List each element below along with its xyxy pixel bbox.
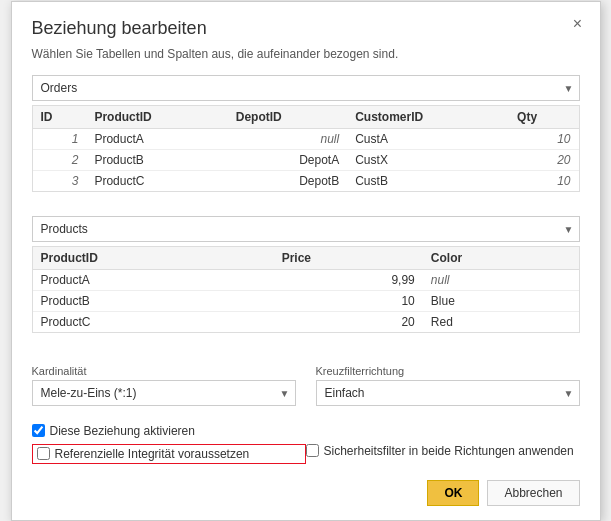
checkboxes-row: Diese Beziehung aktivieren Referenzielle… (32, 416, 580, 464)
table-row: ProductC 20 Red (33, 311, 579, 332)
table2: ProductID Price Color ProductA 9,99 null… (33, 247, 579, 332)
cell: 20 (274, 311, 423, 332)
cell: ProductA (86, 128, 227, 149)
table1-col-productid: ProductID (86, 106, 227, 129)
table1: ID ProductID DepotID CustomerID Qty 1 Pr… (33, 106, 579, 191)
checkboxes-section: Diese Beziehung aktivieren Referenzielle… (12, 410, 600, 464)
cell: DepotA (228, 149, 347, 170)
cell: CustX (347, 149, 509, 170)
table1-select[interactable]: Orders (32, 75, 580, 101)
table2-container: ProductID Price Color ProductA 9,99 null… (32, 246, 580, 333)
bottom-section: Kardinalität Mele-zu-Eins (*:1) Eins-zu-… (12, 357, 600, 410)
cell: ProductC (86, 170, 227, 191)
dialog-title: Beziehung bearbeiten (32, 18, 580, 39)
kardinalitat-label: Kardinalität (32, 365, 296, 377)
aktivieren-checkbox[interactable] (32, 424, 45, 437)
ok-button[interactable]: OK (427, 480, 479, 506)
sicherheitsfilter-row: Sicherheitsfilter in beide Richtungen an… (306, 444, 580, 458)
cell: 10 (509, 170, 578, 191)
aktivieren-label: Diese Beziehung aktivieren (50, 424, 195, 438)
kardinalitat-select-container: Mele-zu-Eins (*:1) Eins-zu-Eins (1:1) Me… (32, 380, 296, 406)
dialog-footer: OK Abbrechen (12, 468, 600, 520)
cancel-button[interactable]: Abbrechen (487, 480, 579, 506)
right-checkboxes: Sicherheitsfilter in beide Richtungen an… (306, 416, 580, 464)
sicherheitsfilter-label: Sicherheitsfilter in beide Richtungen an… (324, 444, 574, 458)
cell: 10 (509, 128, 578, 149)
table2-select[interactable]: Products (32, 216, 580, 242)
dialog-header: Beziehung bearbeiten Wählen Sie Tabellen… (12, 2, 600, 61)
table2-col-price: Price (274, 247, 423, 270)
dialog: × Beziehung bearbeiten Wählen Sie Tabell… (11, 1, 601, 521)
kardinalitat-section: Kardinalität Mele-zu-Eins (*:1) Eins-zu-… (32, 365, 296, 410)
referenzielle-checkbox[interactable] (37, 447, 50, 460)
table-row: ProductB 10 Blue (33, 290, 579, 311)
left-checkboxes: Diese Beziehung aktivieren Referenzielle… (32, 416, 306, 464)
cell: 2 (33, 149, 87, 170)
table-row: 1 ProductA null CustA 10 (33, 128, 579, 149)
table-row: 3 ProductC DepotB CustB 10 (33, 170, 579, 191)
table2-col-color: Color (423, 247, 579, 270)
cell: Red (423, 311, 579, 332)
close-button[interactable]: × (566, 12, 590, 36)
cell: CustA (347, 128, 509, 149)
cell: 9,99 (274, 269, 423, 290)
table1-col-customerid: CustomerID (347, 106, 509, 129)
kreuzfilterrichtung-label: Kreuzfilterrichtung (316, 365, 580, 377)
table1-container: ID ProductID DepotID CustomerID Qty 1 Pr… (32, 105, 580, 192)
table1-col-qty: Qty (509, 106, 578, 129)
cell: Blue (423, 290, 579, 311)
referenzielle-row: Referenzielle Integrität voraussetzen (32, 444, 306, 464)
cell: ProductB (86, 149, 227, 170)
table-row: 2 ProductB DepotA CustX 20 (33, 149, 579, 170)
table2-col-productid: ProductID (33, 247, 274, 270)
aktivieren-row: Diese Beziehung aktivieren (32, 424, 306, 438)
kreuzfilterrichtung-section: Kreuzfilterrichtung Einfach Beide ▼ (316, 365, 580, 410)
table1-col-depotid: DepotID (228, 106, 347, 129)
kreuzfilterrichtung-select[interactable]: Einfach Beide (316, 380, 580, 406)
table1-col-id: ID (33, 106, 87, 129)
table2-section: Products ▼ ProductID Price Color Product… (12, 216, 600, 357)
table-row: ProductA 9,99 null (33, 269, 579, 290)
cell: ProductC (33, 311, 274, 332)
cell: 10 (274, 290, 423, 311)
cell: null (423, 269, 579, 290)
table2-select-container: Products ▼ (32, 216, 580, 242)
cell: CustB (347, 170, 509, 191)
kardinalitat-select[interactable]: Mele-zu-Eins (*:1) Eins-zu-Eins (1:1) Me… (32, 380, 296, 406)
sicherheitsfilter-checkbox[interactable] (306, 444, 319, 457)
cell: 3 (33, 170, 87, 191)
table1-select-container: Orders ▼ (32, 75, 580, 101)
cell: DepotB (228, 170, 347, 191)
cell: ProductA (33, 269, 274, 290)
kreuzfilterrichtung-select-container: Einfach Beide ▼ (316, 380, 580, 406)
dialog-subtitle: Wählen Sie Tabellen und Spalten aus, die… (32, 47, 580, 61)
referenzielle-label: Referenzielle Integrität voraussetzen (55, 447, 250, 461)
cell: 20 (509, 149, 578, 170)
cell: 1 (33, 128, 87, 149)
cell: null (228, 128, 347, 149)
table1-section: Orders ▼ ID ProductID DepotID CustomerID… (12, 75, 600, 216)
cell: ProductB (33, 290, 274, 311)
